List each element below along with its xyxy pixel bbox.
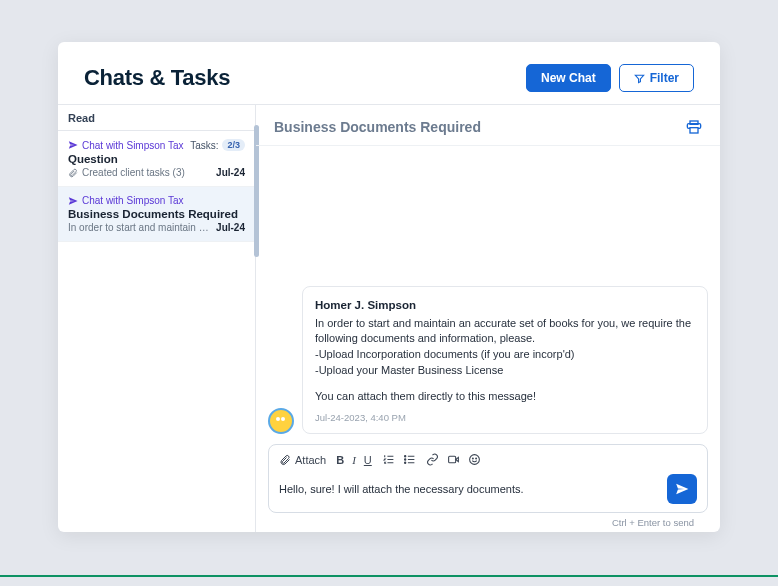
paperclip-icon [68,168,78,178]
message-line: In order to start and maintain an accura… [315,316,695,348]
thread-title: Business Documents Required [274,119,481,135]
svg-point-3 [404,459,405,460]
svg-point-7 [472,458,473,459]
chat-preview: Created client tasks (3) [68,167,210,178]
message-timestamp: Jul-24-2023, 4:40 PM [315,411,695,425]
send-button[interactable] [667,474,697,504]
chat-preview-text: Created client tasks (3) [82,167,185,178]
filter-button[interactable]: Filter [619,64,694,92]
chat-subject: Business Documents Required [68,208,245,220]
svg-point-2 [404,456,405,457]
message-line: You can attach them directly to this mes… [315,389,695,405]
message-line: -Upload your Master Business License [315,363,695,379]
message-input[interactable] [279,481,657,497]
unordered-list-button[interactable] [403,453,416,466]
chat-date: Jul-24 [216,167,245,178]
tasks-badge: Tasks: 2/3 [190,139,245,151]
thread-pane: Business Documents Required Homer J. Sim… [256,105,720,532]
message-line: -Upload Incorporation documents (if you … [315,347,695,363]
svg-rect-5 [448,456,455,463]
chat-item[interactable]: Chat with Simpson Tax Tasks: 2/3 Questio… [58,131,255,187]
chat-item[interactable]: Chat with Simpson Tax Business Documents… [58,187,255,242]
send-icon [68,140,78,150]
chat-preview: In order to start and maintain an ac… [68,222,210,233]
attach-button[interactable]: Attach [279,454,326,466]
link-button[interactable] [426,453,439,466]
header: Chats & Tasks New Chat Filter [58,42,720,104]
chat-subject: Question [68,153,245,165]
chat-firm-label: Chat with Simpson Tax [82,140,184,151]
message-bubble: Homer J. Simpson In order to start and m… [302,286,708,434]
svg-point-8 [475,458,476,459]
filter-label: Filter [650,72,679,84]
page-title: Chats & Tasks [84,65,230,91]
svg-point-4 [404,462,405,463]
header-actions: New Chat Filter [526,64,694,92]
print-icon[interactable] [686,119,702,135]
tasks-label: Tasks: [190,140,218,151]
underline-button[interactable]: U [364,454,372,466]
new-chat-button[interactable]: New Chat [526,64,611,92]
composer: Attach B I U [268,444,708,513]
chat-firm-label: Chat with Simpson Tax [82,195,184,206]
tasks-count-pill: 2/3 [222,139,245,151]
chat-firm: Chat with Simpson Tax [68,195,184,206]
composer-hint: Ctrl + Enter to send [268,513,708,528]
ordered-list-button[interactable] [382,453,395,466]
message-row: Homer J. Simpson In order to start and m… [268,286,708,434]
attach-label: Attach [295,454,326,466]
chat-preview-text: In order to start and maintain an ac… [68,222,210,233]
chat-firm: Chat with Simpson Tax [68,140,184,151]
avatar [268,408,294,434]
send-icon [675,482,689,496]
video-button[interactable] [447,453,460,466]
sidebar-section-label: Read [58,105,255,131]
svg-rect-1 [690,128,698,133]
chat-date: Jul-24 [216,222,245,233]
svg-point-6 [469,455,479,465]
emoji-button[interactable] [468,453,481,466]
composer-toolbar: Attach B I U [279,453,697,466]
bold-button[interactable]: B [336,454,344,466]
message-sender: Homer J. Simpson [315,297,695,314]
sidebar: Read Chat with Simpson Tax Tasks: 2/3 [58,105,256,532]
paperclip-icon [279,454,291,466]
filter-icon [634,73,645,84]
send-icon [68,196,78,206]
chat-list: Chat with Simpson Tax Tasks: 2/3 Questio… [58,131,255,532]
new-chat-label: New Chat [541,72,596,84]
italic-button[interactable]: I [352,454,356,466]
